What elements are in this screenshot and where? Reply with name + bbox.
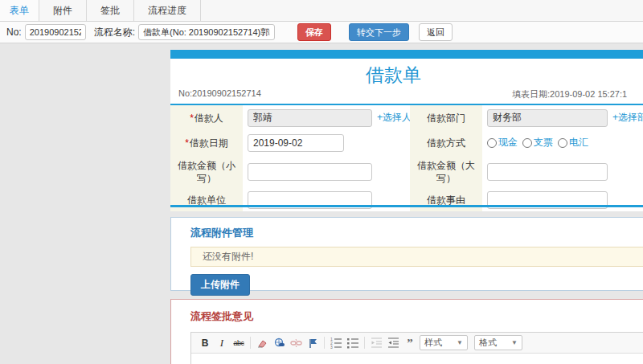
save-button[interactable]: 保存 bbox=[297, 23, 331, 41]
bulleted-list-icon[interactable] bbox=[346, 336, 360, 350]
tab-form[interactable]: 表单 bbox=[0, 0, 39, 21]
outdent-icon[interactable] bbox=[369, 336, 383, 350]
action-toolbar: No: 流程名称: 保存 转交下一步 返回 bbox=[0, 22, 643, 43]
chevron-down-icon: ▼ bbox=[457, 339, 463, 346]
tab-form-label: 表单 bbox=[10, 4, 29, 18]
link-icon[interactable] bbox=[272, 336, 286, 350]
no-attachment-notice: 还没有附件! bbox=[190, 247, 643, 267]
numbered-list-icon[interactable]: 123 bbox=[329, 336, 343, 350]
tab-progress[interactable]: 流程进度 bbox=[134, 0, 201, 21]
loan-date-label: 借款日期 bbox=[190, 137, 228, 149]
select-department-link[interactable]: +选择部门 bbox=[612, 111, 643, 125]
radio-wire-label: 电汇 bbox=[569, 136, 588, 149]
loan-date-label-cell: *借款日期 bbox=[170, 130, 243, 155]
form-title: 借款单 bbox=[170, 63, 616, 87]
radio-cheque-label: 支票 bbox=[534, 136, 553, 149]
blockquote-icon[interactable]: ” bbox=[403, 336, 417, 350]
unit-label-cell: 借款单位 bbox=[170, 188, 243, 211]
rich-text-editor: B I abc 123 bbox=[190, 332, 643, 364]
department-field-cell: +选择部门 bbox=[482, 105, 643, 130]
toolbar-separator bbox=[364, 337, 365, 349]
method-field-cell: 现金 支票 电汇 bbox=[482, 130, 643, 155]
toolbar-separator bbox=[324, 337, 325, 349]
process-name-label: 流程名称: bbox=[94, 26, 135, 39]
process-name-input[interactable] bbox=[138, 24, 275, 40]
style-dropdown-value: 样式 bbox=[424, 337, 442, 349]
amount-big-label-cell: 借款金额（大写） bbox=[410, 155, 482, 188]
amount-big-input[interactable] bbox=[487, 163, 608, 181]
format-dropdown[interactable]: 格式 ▼ bbox=[474, 335, 522, 350]
document-number: No:20190902152714 bbox=[178, 88, 261, 98]
no-input[interactable] bbox=[25, 24, 86, 40]
italic-icon[interactable]: I bbox=[215, 336, 229, 350]
editor-toolbar: B I abc 123 bbox=[191, 333, 643, 354]
toolbar-separator bbox=[250, 337, 251, 349]
amount-small-label: 借款金额（小写） bbox=[174, 159, 240, 185]
chevron-down-icon: ▼ bbox=[511, 339, 518, 346]
borrower-field-cell: +选择人员 bbox=[243, 105, 410, 130]
borrower-label: 借款人 bbox=[195, 112, 223, 124]
amount-small-field-cell bbox=[243, 155, 410, 188]
anchor-flag-icon[interactable] bbox=[305, 336, 320, 350]
borrower-label-cell: *借款人 bbox=[170, 105, 243, 130]
radio-cash-label: 现金 bbox=[498, 136, 518, 149]
remove-format-icon[interactable] bbox=[255, 336, 269, 350]
signoff-section-title: 流程签批意见 bbox=[190, 309, 643, 324]
unit-field-cell bbox=[243, 188, 410, 211]
loan-form-panel: 借款单 No:20190902152714 填表日期:2019-09-02 15… bbox=[170, 50, 643, 207]
radio-wire[interactable] bbox=[558, 138, 567, 148]
unlink-icon[interactable] bbox=[289, 336, 303, 350]
method-label-cell: 借款方式 bbox=[410, 130, 482, 155]
tab-progress-label: 流程进度 bbox=[148, 4, 186, 18]
indent-icon[interactable] bbox=[386, 336, 400, 350]
attachment-section-title: 流程附件管理 bbox=[190, 226, 643, 240]
method-label: 借款方式 bbox=[427, 137, 465, 149]
loan-date-input[interactable] bbox=[248, 134, 344, 152]
editor-content-area[interactable] bbox=[191, 354, 643, 364]
tab-bar: 表单 附件 签批 流程进度 bbox=[0, 0, 643, 22]
tab-approval-label: 签批 bbox=[100, 4, 120, 18]
style-dropdown[interactable]: 样式 ▼ bbox=[420, 335, 468, 350]
signoff-panel: 流程签批意见 B I abc 123 bbox=[170, 299, 643, 364]
upload-attachment-button[interactable]: 上传附件 bbox=[190, 274, 250, 296]
department-input[interactable] bbox=[487, 109, 608, 127]
forward-next-step-button[interactable]: 转交下一步 bbox=[349, 23, 409, 41]
radio-cheque[interactable] bbox=[522, 138, 532, 148]
borrower-input[interactable] bbox=[248, 109, 372, 127]
tab-attachment-label: 附件 bbox=[53, 4, 72, 18]
strikethrough-icon[interactable]: abc bbox=[231, 336, 246, 350]
back-button[interactable]: 返回 bbox=[419, 23, 453, 41]
reason-field-cell bbox=[482, 188, 643, 211]
panel-top-bar bbox=[170, 50, 643, 59]
required-marker: * bbox=[190, 112, 194, 124]
form-meta-row: No:20190902152714 填表日期:2019-09-02 15:27:… bbox=[170, 87, 643, 100]
amount-small-input[interactable] bbox=[248, 163, 372, 181]
bold-icon[interactable]: B bbox=[198, 336, 212, 350]
loan-date-field-cell bbox=[243, 130, 410, 155]
panel-bottom-bar bbox=[170, 205, 643, 207]
no-label: No: bbox=[6, 27, 22, 38]
amount-small-label-cell: 借款金额（小写） bbox=[170, 155, 243, 188]
attachment-panel: 流程附件管理 还没有附件! 上传附件 bbox=[170, 217, 643, 291]
radio-cash[interactable] bbox=[487, 138, 497, 148]
tab-approval[interactable]: 签批 bbox=[87, 0, 134, 21]
reason-label-cell: 借款事由 bbox=[410, 188, 482, 211]
department-label-cell: 借款部门 bbox=[410, 105, 482, 130]
amount-big-field-cell bbox=[482, 155, 643, 188]
loan-form-table: *借款人 +选择人员 借款部门 +选择部门 *借款日期 借款方式 现金 支票 电… bbox=[170, 105, 643, 211]
fill-date: 填表日期:2019-09-02 15:27:1 bbox=[512, 88, 627, 100]
department-label: 借款部门 bbox=[427, 112, 465, 125]
amount-big-label: 借款金额（大写） bbox=[413, 159, 479, 185]
required-marker: * bbox=[185, 137, 189, 149]
format-dropdown-value: 格式 bbox=[479, 337, 497, 349]
svg-text:3: 3 bbox=[330, 345, 333, 349]
tab-attachment[interactable]: 附件 bbox=[39, 0, 87, 21]
